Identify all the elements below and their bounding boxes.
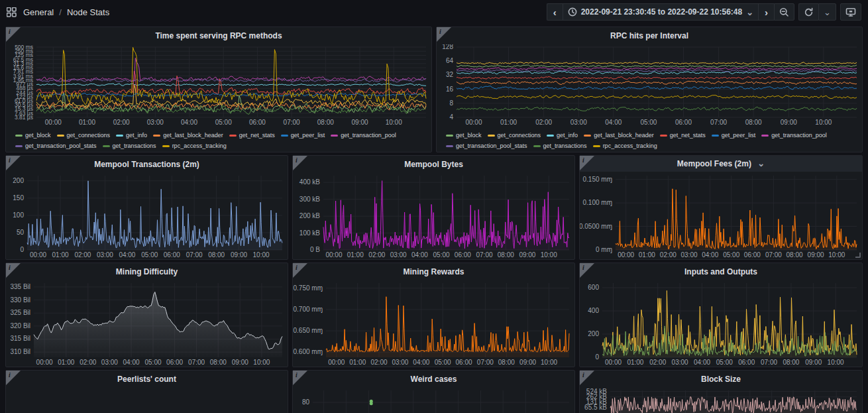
legend-item[interactable]: get_peer_list bbox=[281, 131, 325, 140]
svg-text:07:00: 07:00 bbox=[761, 359, 777, 366]
svg-text:0.150 mɱ: 0.150 mɱ bbox=[583, 176, 612, 183]
legend-item[interactable]: get_transaction_pool_stats bbox=[15, 141, 97, 150]
svg-text:0.0500 mɱ: 0.0500 mɱ bbox=[580, 223, 612, 230]
zoom-out-icon bbox=[779, 7, 789, 17]
svg-text:07:00: 07:00 bbox=[188, 359, 205, 366]
legend-label: get_connections bbox=[498, 131, 541, 140]
refresh-button[interactable] bbox=[798, 3, 818, 21]
legend-item[interactable]: get_last_block_header bbox=[153, 131, 223, 140]
time-range-picker[interactable]: 2022-09-21 23:30:45 to 2022-09-22 10:56:… bbox=[563, 3, 758, 21]
legend-label: get_info bbox=[126, 131, 147, 140]
chart-mempool-bytes[interactable]: 00:0001:0002:0003:0004:0005:0006:0007:00… bbox=[293, 173, 574, 259]
panel-title[interactable]: Mempool Fees (2m) ⌄ bbox=[580, 156, 862, 172]
refresh-interval-dropdown[interactable]: ⌄ bbox=[818, 3, 836, 21]
panel-info-icon[interactable]: i bbox=[293, 156, 307, 170]
panel-title[interactable]: Peerlists' count bbox=[6, 371, 288, 388]
time-shift-forward-button[interactable]: › bbox=[758, 3, 774, 21]
svg-text:06:00: 06:00 bbox=[738, 359, 755, 366]
legend-item[interactable]: get_connections bbox=[488, 131, 541, 140]
chart-block-size[interactable]: 00:0001:0002:0003:0004:0005:0006:0007:00… bbox=[580, 388, 862, 413]
svg-text:0 mɱ: 0 mɱ bbox=[596, 246, 612, 253]
panel-header-hovered[interactable]: Mempool Fees (2m) ⌄ bbox=[580, 156, 862, 172]
svg-text:06:00: 06:00 bbox=[456, 359, 472, 366]
svg-text:0 B: 0 B bbox=[310, 246, 320, 253]
panel-title[interactable]: Block Size bbox=[580, 371, 862, 388]
chart-mempool-transactions[interactable]: 00:0001:0002:0003:0004:0005:0006:0007:00… bbox=[6, 173, 288, 259]
zoom-out-button[interactable] bbox=[774, 3, 794, 21]
chart-weird-cases[interactable]: 00:0001:0002:0003:0004:0005:0006:0007:00… bbox=[293, 388, 574, 413]
legend-item[interactable]: get_block bbox=[446, 131, 482, 140]
chart-rpc-hits[interactable]: 00:0001:0002:0003:0004:0005:0006:0007:00… bbox=[437, 44, 862, 127]
panel-title[interactable]: Mining Difficulty bbox=[6, 263, 288, 280]
chart-mining-difficulty[interactable]: 00:0001:0002:0003:0004:0005:0006:0007:00… bbox=[6, 280, 288, 367]
panel-info-icon[interactable]: i bbox=[580, 371, 594, 385]
panel-title[interactable]: Weird cases bbox=[293, 371, 574, 388]
svg-text:150: 150 bbox=[13, 194, 24, 202]
legend-item[interactable]: get_transaction_pool bbox=[331, 131, 396, 140]
svg-text:10:00: 10:00 bbox=[253, 251, 270, 259]
chart-mempool-fees[interactable]: 00:0001:0002:0003:0004:0005:0006:0007:00… bbox=[580, 173, 862, 259]
legend-item[interactable]: get_transaction_pool bbox=[761, 131, 827, 140]
breadcrumb-page-title[interactable]: Node Stats bbox=[67, 7, 109, 17]
legend-swatch bbox=[331, 135, 338, 137]
breadcrumb-folder[interactable]: General bbox=[23, 7, 54, 17]
panel-info-icon[interactable]: i bbox=[293, 371, 307, 385]
kiosk-mode-button[interactable] bbox=[840, 3, 861, 21]
legend-item[interactable]: get_connections bbox=[57, 131, 111, 140]
panel-title[interactable]: Mining Rewards bbox=[293, 263, 574, 280]
legend-item[interactable]: get_transactions bbox=[533, 141, 587, 150]
svg-text:128: 128 bbox=[442, 44, 453, 50]
legend-item[interactable]: get_transaction_pool_stats bbox=[446, 141, 527, 150]
panel-block-size: i Block Size 00:0001:0002:0003:0004:0005… bbox=[579, 370, 863, 413]
svg-text:07:00: 07:00 bbox=[186, 251, 203, 259]
time-shift-back-button[interactable]: ‹ bbox=[547, 3, 563, 21]
panel-menu-caret-icon[interactable]: ⌄ bbox=[757, 158, 765, 168]
dashboards-grid-icon[interactable] bbox=[7, 7, 17, 17]
panel-info-icon[interactable]: i bbox=[580, 263, 594, 278]
svg-text:02:00: 02:00 bbox=[113, 119, 130, 126]
legend-swatch bbox=[15, 145, 23, 147]
svg-text:06:00: 06:00 bbox=[249, 119, 266, 126]
chart-mining-rewards[interactable]: 00:0001:0002:0003:0004:0005:0006:0007:00… bbox=[293, 280, 574, 367]
panel-info-icon[interactable]: i bbox=[437, 27, 451, 42]
legend-swatch bbox=[593, 145, 600, 147]
panel-info-icon[interactable]: i bbox=[580, 156, 594, 170]
legend-item[interactable]: get_block bbox=[15, 131, 51, 140]
panel-title[interactable]: RPC hits per Interval bbox=[437, 27, 862, 44]
legend-item[interactable]: rpc_access_tracking bbox=[593, 141, 657, 150]
panel-info-icon[interactable]: i bbox=[293, 263, 307, 278]
chart-rpc-time[interactable]: 00:0001:0002:0003:0004:0005:0006:0007:00… bbox=[6, 44, 431, 127]
panel-title[interactable]: Time spent serving RPC methods bbox=[6, 27, 431, 44]
svg-text:03:00: 03:00 bbox=[570, 119, 587, 126]
panel-title[interactable]: Inputs and Outputs bbox=[580, 263, 862, 280]
chart-peerlists-count[interactable] bbox=[6, 388, 288, 413]
svg-text:07:00: 07:00 bbox=[284, 119, 300, 126]
svg-text:10:00: 10:00 bbox=[828, 251, 845, 259]
legend-item[interactable]: get_last_block_header bbox=[584, 131, 654, 140]
chart-inputs-outputs[interactable]: 00:0001:0002:0003:0004:0005:0006:0007:00… bbox=[580, 280, 862, 367]
svg-text:07:00: 07:00 bbox=[476, 251, 492, 259]
svg-text:04:00: 04:00 bbox=[181, 119, 197, 126]
legend-item[interactable]: get_transactions bbox=[103, 141, 156, 150]
svg-text:08:00: 08:00 bbox=[210, 359, 227, 366]
legend-item[interactable]: get_info bbox=[116, 131, 147, 140]
panel-info-icon[interactable]: i bbox=[6, 27, 21, 42]
legend-item[interactable]: get_net_stats bbox=[229, 131, 275, 140]
panel-info-icon[interactable]: i bbox=[6, 371, 21, 385]
legend-item[interactable]: rpc_access_tracking bbox=[162, 141, 227, 150]
svg-text:04:00: 04:00 bbox=[411, 251, 428, 259]
legend-swatch bbox=[446, 135, 453, 137]
legend-rpc-hits: get_blockget_connectionsget_infoget_last… bbox=[446, 131, 858, 150]
panel-title[interactable]: Mempool Bytes bbox=[293, 156, 574, 173]
legend-item[interactable]: get_info bbox=[547, 131, 578, 140]
panel-info-icon[interactable]: i bbox=[6, 156, 21, 170]
panel-title[interactable]: Mempool Transactions (2m) bbox=[6, 156, 288, 173]
panel-info-icon[interactable]: i bbox=[6, 263, 21, 278]
svg-text:09:00: 09:00 bbox=[352, 119, 368, 126]
legend-item[interactable]: get_peer_list bbox=[712, 131, 756, 140]
svg-text:0.650 mɱ: 0.650 mɱ bbox=[294, 327, 323, 334]
panel-rpc-hits: i RPC hits per Interval 00:0001:0002:000… bbox=[436, 27, 863, 152]
panel-resize-handle[interactable] bbox=[855, 253, 861, 258]
legend-item[interactable]: get_net_stats bbox=[660, 131, 706, 140]
svg-text:01:00: 01:00 bbox=[79, 119, 95, 126]
